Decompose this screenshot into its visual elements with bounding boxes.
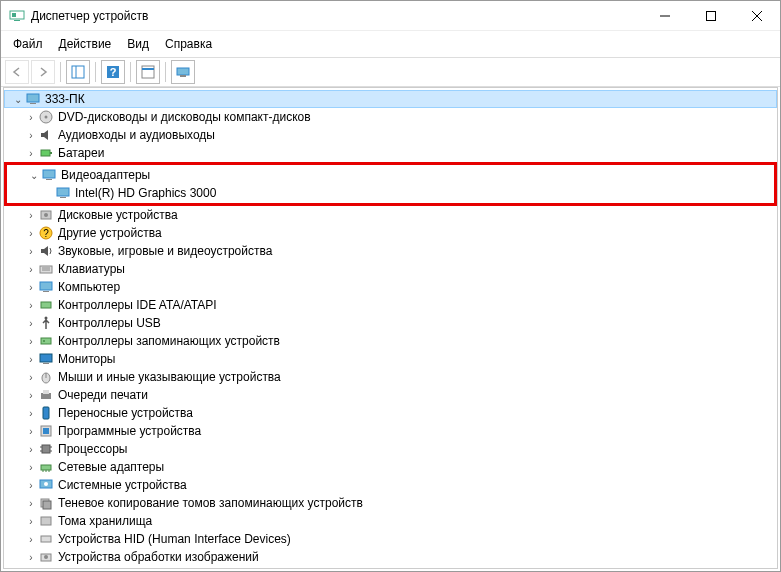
menu-view[interactable]: Вид bbox=[119, 33, 157, 55]
collapse-arrow-icon[interactable]: › bbox=[24, 300, 38, 311]
collapse-arrow-icon[interactable]: › bbox=[24, 408, 38, 419]
collapse-arrow-icon[interactable]: › bbox=[24, 462, 38, 473]
tree-node-other[interactable]: › ? Другие устройства bbox=[4, 224, 777, 242]
svg-rect-7 bbox=[72, 66, 84, 78]
tree-node-imaging[interactable]: › Устройства обработки изображений bbox=[4, 548, 777, 566]
tree-node-network[interactable]: › Сетевые адаптеры bbox=[4, 458, 777, 476]
tree-node-keyboards[interactable]: › Клавиатуры bbox=[4, 260, 777, 278]
tree-node-video-adapters[interactable]: ⌄ Видеоадаптеры bbox=[7, 166, 774, 184]
tree-node-mice[interactable]: › Мыши и иные указывающие устройства bbox=[4, 368, 777, 386]
tree-node-audio[interactable]: › Аудиовходы и аудиовыходы bbox=[4, 126, 777, 144]
tree-node-monitors[interactable]: › Мониторы bbox=[4, 350, 777, 368]
svg-rect-4 bbox=[707, 11, 716, 20]
svg-rect-39 bbox=[43, 363, 49, 364]
svg-rect-60 bbox=[41, 517, 51, 525]
collapse-arrow-icon[interactable]: › bbox=[24, 372, 38, 383]
tree-node-cpu[interactable]: › Процессоры bbox=[4, 440, 777, 458]
help-button[interactable]: ? bbox=[101, 60, 125, 84]
node-label: Мониторы bbox=[58, 352, 115, 366]
volume-icon bbox=[38, 513, 54, 529]
menu-file[interactable]: Файл bbox=[5, 33, 51, 55]
device-tree[interactable]: ⌄ 333-ПК › DVD-дисководы и дисководы ком… bbox=[4, 88, 777, 568]
node-label: Теневое копирование томов запоминающих у… bbox=[58, 496, 363, 510]
node-label: Переносные устройства bbox=[58, 406, 193, 420]
tree-node-software[interactable]: › Программные устройства bbox=[4, 422, 777, 440]
svg-rect-16 bbox=[30, 103, 36, 104]
tree-node-volumes[interactable]: › Тома хранилища bbox=[4, 512, 777, 530]
node-label: Контроллеры IDE ATA/ATAPI bbox=[58, 298, 217, 312]
storage-controller-icon bbox=[38, 333, 54, 349]
svg-point-26 bbox=[44, 213, 48, 217]
collapse-arrow-icon[interactable]: › bbox=[24, 148, 38, 159]
svg-point-57 bbox=[44, 482, 48, 486]
tree-node-shadow[interactable]: › Теневое копирование томов запоминающих… bbox=[4, 494, 777, 512]
svg-rect-32 bbox=[40, 282, 52, 290]
node-label: Аудиовходы и аудиовыходы bbox=[58, 128, 215, 142]
node-label: Дисковые устройства bbox=[58, 208, 178, 222]
collapse-arrow-icon[interactable]: › bbox=[24, 336, 38, 347]
collapse-arrow-icon[interactable]: › bbox=[24, 480, 38, 491]
svg-rect-24 bbox=[60, 197, 66, 198]
svg-rect-33 bbox=[43, 291, 49, 292]
collapse-arrow-icon[interactable]: › bbox=[24, 498, 38, 509]
tree-node-disk[interactable]: › Дисковые устройства bbox=[4, 206, 777, 224]
minimize-button[interactable] bbox=[642, 1, 688, 31]
node-label: Батареи bbox=[58, 146, 104, 160]
collapse-arrow-icon[interactable]: › bbox=[24, 112, 38, 123]
scan-hardware-button[interactable] bbox=[171, 60, 195, 84]
system-device-icon bbox=[38, 477, 54, 493]
tree-node-dvd[interactable]: › DVD-дисководы и дисководы компакт-диск… bbox=[4, 108, 777, 126]
node-label: Процессоры bbox=[58, 442, 128, 456]
collapse-arrow-icon[interactable]: › bbox=[24, 318, 38, 329]
collapse-arrow-icon[interactable]: › bbox=[24, 246, 38, 257]
collapse-arrow-icon[interactable]: › bbox=[24, 534, 38, 545]
tree-node-portable[interactable]: › Переносные устройства bbox=[4, 404, 777, 422]
collapse-arrow-icon[interactable]: › bbox=[24, 426, 38, 437]
display-adapter-icon bbox=[41, 167, 57, 183]
collapse-arrow-icon[interactable]: › bbox=[24, 552, 38, 563]
maximize-button[interactable] bbox=[688, 1, 734, 31]
svg-rect-44 bbox=[43, 407, 49, 419]
menu-action[interactable]: Действие bbox=[51, 33, 120, 55]
collapse-arrow-icon[interactable]: › bbox=[24, 354, 38, 365]
software-device-icon bbox=[38, 423, 54, 439]
svg-rect-19 bbox=[41, 150, 50, 156]
collapse-arrow-icon[interactable]: › bbox=[24, 282, 38, 293]
collapse-arrow-icon[interactable]: › bbox=[24, 210, 38, 221]
node-label: Сетевые адаптеры bbox=[58, 460, 164, 474]
separator bbox=[60, 62, 61, 82]
tree-root[interactable]: ⌄ 333-ПК bbox=[4, 90, 777, 108]
collapse-arrow-icon[interactable]: › bbox=[24, 444, 38, 455]
tree-node-printq[interactable]: › Очереди печати bbox=[4, 386, 777, 404]
tree-node-system[interactable]: › Системные устройства bbox=[4, 476, 777, 494]
collapse-arrow-icon[interactable]: › bbox=[24, 130, 38, 141]
tree-node-sound[interactable]: › Звуковые, игровые и видеоустройства bbox=[4, 242, 777, 260]
tree-node-batteries[interactable]: › Батареи bbox=[4, 144, 777, 162]
tree-node-hid[interactable]: › Устройства HID (Human Interface Device… bbox=[4, 530, 777, 548]
node-label: Тома хранилища bbox=[58, 514, 152, 528]
keyboard-icon bbox=[38, 261, 54, 277]
expand-arrow-icon[interactable]: ⌄ bbox=[27, 170, 41, 181]
tree-node-ide[interactable]: › Контроллеры IDE ATA/ATAPI bbox=[4, 296, 777, 314]
display-adapter-icon bbox=[55, 185, 71, 201]
close-button[interactable] bbox=[734, 1, 780, 31]
show-hide-tree-button[interactable] bbox=[66, 60, 90, 84]
separator bbox=[95, 62, 96, 82]
expand-arrow-icon[interactable]: ⌄ bbox=[11, 94, 25, 105]
tree-node-usb[interactable]: › Контроллеры USB bbox=[4, 314, 777, 332]
node-label: Клавиатуры bbox=[58, 262, 125, 276]
collapse-arrow-icon[interactable]: › bbox=[24, 516, 38, 527]
svg-rect-43 bbox=[43, 390, 49, 394]
tree-node-storage-ctrl[interactable]: › Контроллеры запоминающих устройств bbox=[4, 332, 777, 350]
collapse-arrow-icon[interactable]: › bbox=[24, 264, 38, 275]
svg-rect-1 bbox=[12, 13, 16, 17]
collapse-arrow-icon[interactable]: › bbox=[24, 228, 38, 239]
properties-button[interactable] bbox=[136, 60, 160, 84]
collapse-arrow-icon[interactable]: › bbox=[24, 390, 38, 401]
disk-icon bbox=[38, 207, 54, 223]
node-label: Устройства HID (Human Interface Devices) bbox=[58, 532, 291, 546]
menu-help[interactable]: Справка bbox=[157, 33, 220, 55]
tree-node-computer[interactable]: › Компьютер bbox=[4, 278, 777, 296]
tree-node-video-child[interactable]: Intel(R) HD Graphics 3000 bbox=[7, 184, 774, 202]
node-label: Видеоадаптеры bbox=[61, 168, 150, 182]
